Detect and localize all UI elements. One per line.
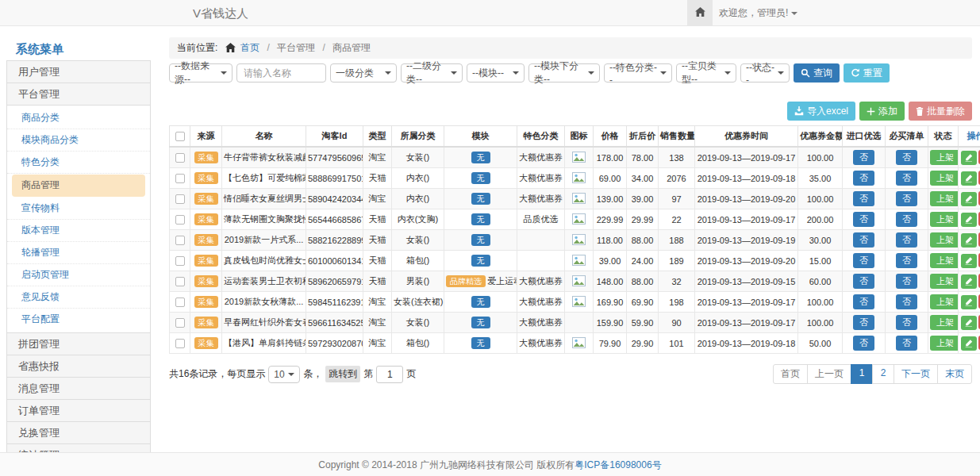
filter-select-5[interactable]: --模块下分类-- [528, 63, 600, 83]
sidebar-item-特色分类[interactable]: 特色分类 [7, 152, 150, 174]
row-checkbox[interactable] [175, 256, 185, 266]
jump-button[interactable]: 跳转到 [325, 366, 360, 382]
imported-toggle-button[interactable]: 否 [853, 336, 874, 351]
sidebar-section-订单管理[interactable]: 订单管理 [6, 399, 151, 422]
reset-button[interactable]: 重置 [844, 63, 890, 83]
sidebar-section-消息管理[interactable]: 消息管理 [6, 377, 151, 400]
must-buy-toggle-button[interactable]: 否 [896, 315, 917, 330]
edit-button[interactable] [961, 254, 977, 268]
sidebar-item-意见反馈[interactable]: 意见反馈 [7, 286, 150, 309]
imported-toggle-button[interactable]: 否 [853, 253, 874, 268]
sidebar-section-用户管理[interactable]: 用户管理 [6, 60, 151, 83]
edit-button[interactable] [961, 274, 977, 289]
edit-button[interactable] [961, 336, 977, 351]
row-checkbox[interactable] [175, 318, 185, 328]
must-buy-toggle-button[interactable]: 否 [896, 191, 917, 206]
filter-select-4[interactable]: --模块-- [467, 63, 525, 83]
status-button[interactable]: 上架 [930, 294, 959, 309]
status-button[interactable]: 上架 [930, 150, 959, 165]
sidebar-section-平台管理[interactable]: 平台管理 [6, 83, 151, 106]
must-buy-toggle-button[interactable]: 否 [896, 336, 917, 351]
edit-button[interactable] [961, 233, 977, 248]
sidebar-section-统计管理[interactable]: 统计管理 [6, 443, 151, 452]
sidebar-item-版本管理[interactable]: 版本管理 [7, 220, 150, 242]
must-buy-toggle-button[interactable]: 否 [896, 171, 917, 186]
import-excel-button[interactable]: 导入excel [787, 102, 855, 121]
edit-button[interactable] [961, 213, 977, 227]
page-button-1[interactable]: 1 [851, 364, 873, 384]
home-button[interactable] [687, 0, 713, 25]
row-checkbox[interactable] [175, 236, 185, 245]
jump-page-input[interactable] [376, 366, 403, 383]
status-button[interactable]: 上架 [930, 336, 959, 351]
status-button[interactable]: 上架 [930, 171, 959, 186]
page-button-末页[interactable]: 末页 [937, 364, 972, 384]
imported-toggle-button[interactable]: 否 [853, 191, 874, 206]
status-button[interactable]: 上架 [930, 191, 959, 206]
cell-category: 女装() [392, 147, 444, 168]
sidebar-section-兑换管理[interactable]: 兑换管理 [6, 421, 151, 444]
imported-toggle-button[interactable]: 否 [853, 315, 874, 330]
column-header-类型: 类型 [363, 126, 392, 148]
breadcrumb-home-link[interactable]: 首页 [240, 42, 259, 53]
must-buy-toggle-button[interactable]: 否 [896, 150, 917, 165]
filter-select-7[interactable]: --宝贝类型-- [676, 63, 736, 83]
sidebar-item-平台配置[interactable]: 平台配置 [7, 309, 150, 331]
name-search-input[interactable] [236, 63, 326, 83]
page-button-2[interactable]: 2 [872, 364, 894, 384]
row-checkbox[interactable] [175, 277, 185, 286]
sidebar-item-商品分类[interactable]: 商品分类 [7, 107, 150, 129]
select-all-checkbox[interactable] [175, 132, 185, 141]
sidebar-item-宣传物料[interactable]: 宣传物料 [7, 198, 150, 220]
row-checkbox[interactable] [175, 298, 185, 307]
filter-select-3[interactable]: --二级分类-- [401, 63, 463, 83]
sidebar-section-省惠快报[interactable]: 省惠快报 [6, 355, 151, 378]
row-checkbox[interactable] [175, 194, 185, 204]
row-checkbox[interactable] [175, 215, 185, 225]
must-buy-toggle-button[interactable]: 否 [896, 294, 917, 309]
imported-toggle-button[interactable]: 否 [853, 212, 874, 227]
edit-button[interactable] [961, 316, 977, 330]
filter-select-0[interactable]: --数据来源-- [169, 63, 233, 83]
status-button[interactable]: 上架 [930, 253, 959, 268]
must-buy-toggle-button[interactable]: 否 [896, 253, 917, 268]
edit-button[interactable] [961, 192, 977, 206]
imported-toggle-button[interactable]: 否 [853, 171, 874, 186]
row-checkbox[interactable] [175, 174, 185, 183]
status-button[interactable]: 上架 [930, 315, 959, 330]
filter-select-8[interactable]: --状态-- [740, 63, 790, 83]
page-button-上一页[interactable]: 上一页 [807, 364, 851, 384]
filter-select-6[interactable]: --特色分类-- [604, 63, 672, 83]
user-menu[interactable]: 欢迎您，管理员! [719, 0, 797, 25]
must-buy-toggle-button[interactable]: 否 [896, 274, 917, 289]
edit-button[interactable] [961, 295, 977, 309]
must-buy-toggle-button[interactable]: 否 [896, 232, 917, 248]
row-checkbox[interactable] [175, 339, 185, 348]
row-checkbox[interactable] [175, 153, 185, 163]
batch-delete-button[interactable]: 批量删除 [909, 102, 972, 121]
sidebar-section-拼团管理[interactable]: 拼团管理 [6, 332, 151, 355]
page-button-首页[interactable]: 首页 [773, 364, 808, 384]
icp-link[interactable]: 粤ICP备16098006号 [575, 459, 661, 470]
imported-toggle-button[interactable]: 否 [853, 274, 874, 289]
status-button[interactable]: 上架 [930, 274, 959, 289]
sidebar-item-轮播管理[interactable]: 轮播管理 [7, 242, 150, 264]
per-page-select[interactable]: 10 [268, 366, 300, 383]
sidebar-item-模块商品分类[interactable]: 模块商品分类 [7, 129, 150, 152]
cell-operations [959, 168, 980, 189]
sidebar-item-商品管理[interactable]: 商品管理 [12, 175, 145, 197]
filter-select-2[interactable]: 一级分类 [330, 63, 397, 83]
cell-checkbox [170, 189, 190, 209]
edit-button[interactable] [961, 171, 977, 186]
add-button[interactable]: 添加 [859, 102, 905, 121]
imported-toggle-button[interactable]: 否 [853, 150, 874, 165]
status-button[interactable]: 上架 [930, 212, 959, 227]
edit-button[interactable] [961, 151, 977, 165]
sidebar-item-启动页管理[interactable]: 启动页管理 [7, 264, 150, 286]
search-button[interactable]: 查询 [794, 63, 840, 83]
imported-toggle-button[interactable]: 否 [853, 232, 874, 248]
imported-toggle-button[interactable]: 否 [853, 294, 874, 309]
status-button[interactable]: 上架 [930, 232, 959, 248]
must-buy-toggle-button[interactable]: 否 [896, 212, 917, 227]
page-button-下一页[interactable]: 下一页 [894, 364, 938, 384]
